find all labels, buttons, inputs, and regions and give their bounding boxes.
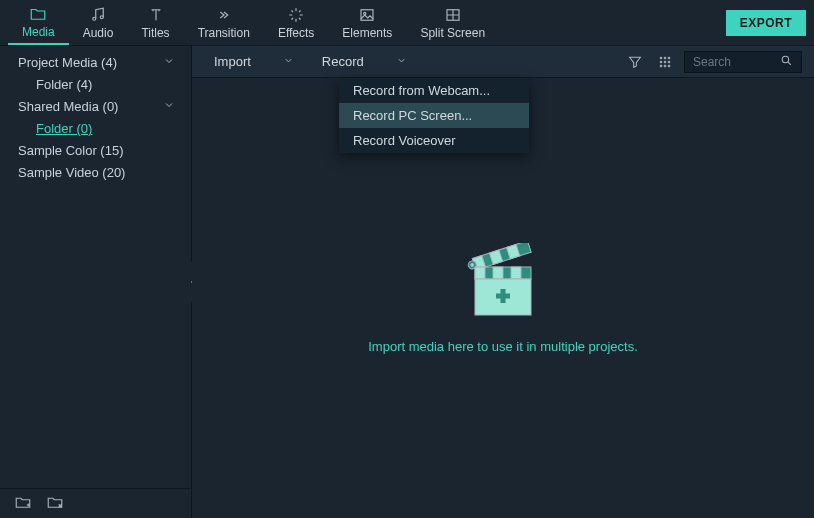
tab-titles[interactable]: Titles: [127, 2, 183, 44]
svg-point-11: [660, 65, 662, 67]
record-menu[interactable]: Record: [312, 50, 417, 73]
svg-point-1: [100, 15, 103, 18]
tree-item-sample-video[interactable]: Sample Video (20): [0, 162, 191, 184]
tab-label: Split Screen: [420, 26, 485, 40]
sidebar-footer: [0, 488, 191, 518]
svg-point-8: [660, 61, 662, 63]
tab-label: Media: [22, 25, 55, 39]
tab-label: Transition: [198, 26, 250, 40]
tab-media[interactable]: Media: [8, 1, 69, 45]
tab-label: Effects: [278, 26, 314, 40]
svg-point-9: [664, 61, 666, 63]
tree-label: Folder (0): [36, 120, 92, 138]
chevron-down-icon: [283, 54, 294, 69]
tree-item-sample-color[interactable]: Sample Color (15): [0, 140, 191, 162]
empty-message: Import media here to use it in multiple …: [368, 339, 638, 354]
top-toolbar: Media Audio Titles Transition Effects El…: [0, 0, 814, 46]
add-folder-icon[interactable]: [14, 493, 32, 514]
chevron-down-icon: [163, 54, 175, 72]
split-icon: [444, 6, 462, 24]
export-button[interactable]: EXPORT: [726, 10, 806, 36]
svg-point-10: [668, 61, 670, 63]
tree-item-project-media[interactable]: Project Media (4): [0, 52, 191, 74]
import-menu[interactable]: Import: [204, 50, 304, 73]
svg-point-6: [664, 57, 666, 59]
music-icon: [89, 6, 107, 24]
svg-rect-23: [493, 267, 503, 279]
tab-label: Elements: [342, 26, 392, 40]
transition-icon: [215, 6, 233, 24]
svg-point-7: [668, 57, 670, 59]
tree-item-folder[interactable]: Folder (4): [0, 74, 191, 96]
svg-point-0: [93, 17, 96, 20]
sub-toolbar: Import Record: [192, 46, 814, 78]
folder-icon: [29, 5, 47, 23]
tree-item-folder-link[interactable]: Folder (0): [0, 118, 191, 140]
svg-point-13: [668, 65, 670, 67]
tree-label: Sample Color (15): [18, 142, 124, 160]
search-box[interactable]: [684, 51, 802, 73]
tab-audio[interactable]: Audio: [69, 2, 128, 44]
svg-point-20: [470, 263, 474, 267]
remove-folder-icon[interactable]: [46, 493, 64, 514]
search-icon: [780, 54, 793, 70]
tab-split-screen[interactable]: Split Screen: [406, 2, 499, 44]
dropdown-item-pc-screen[interactable]: Record PC Screen...: [339, 103, 529, 128]
svg-rect-2: [361, 9, 373, 20]
filter-icon[interactable]: [624, 51, 646, 73]
chevron-down-icon: [163, 98, 175, 116]
tab-transition[interactable]: Transition: [184, 2, 264, 44]
dropdown-item-webcam[interactable]: Record from Webcam...: [339, 78, 529, 103]
menu-label: Import: [214, 54, 251, 69]
svg-point-14: [782, 56, 789, 63]
tab-label: Audio: [83, 26, 114, 40]
dropdown-item-voiceover[interactable]: Record Voiceover: [339, 128, 529, 153]
sparkle-icon: [287, 6, 305, 24]
grid-icon[interactable]: [654, 51, 676, 73]
svg-point-5: [660, 57, 662, 59]
search-input[interactable]: [693, 55, 780, 69]
sidebar: Project Media (4) Folder (4) Shared Medi…: [0, 46, 192, 518]
record-dropdown: Record from Webcam... Record PC Screen..…: [339, 78, 529, 153]
tree-label: Folder (4): [36, 76, 92, 94]
svg-point-12: [664, 65, 666, 67]
tree-label: Shared Media (0): [18, 98, 118, 116]
svg-rect-22: [475, 267, 485, 279]
tab-label: Titles: [141, 26, 169, 40]
clapperboard-icon: [467, 243, 539, 319]
text-icon: [147, 6, 165, 24]
tab-effects[interactable]: Effects: [264, 2, 328, 44]
content-area: Import Record: [192, 46, 814, 518]
tree-label: Sample Video (20): [18, 164, 125, 182]
tree-item-shared-media[interactable]: Shared Media (0): [0, 96, 191, 118]
tab-elements[interactable]: Elements: [328, 2, 406, 44]
image-icon: [358, 6, 376, 24]
menu-label: Record: [322, 54, 364, 69]
chevron-down-icon: [396, 54, 407, 69]
svg-rect-24: [511, 267, 521, 279]
tree-label: Project Media (4): [18, 54, 117, 72]
